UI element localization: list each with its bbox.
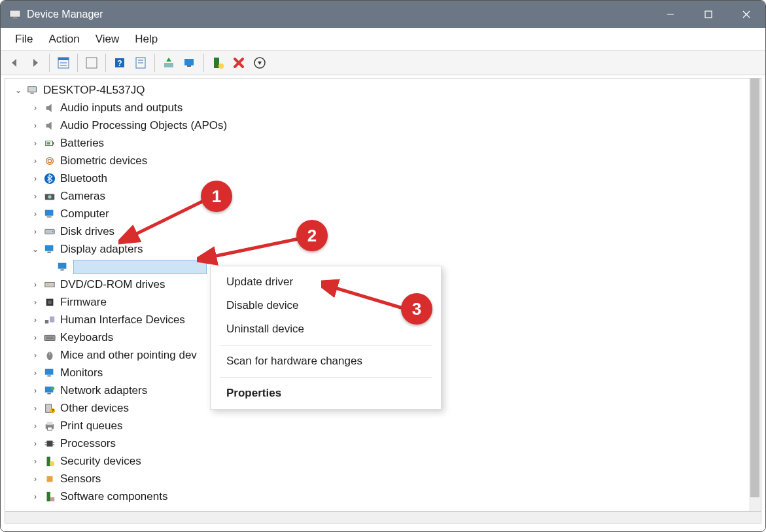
fingerprint-icon — [43, 154, 56, 168]
ctx-scan-hardware[interactable]: Scan for hardware changes — [211, 349, 441, 373]
help-button[interactable] — [82, 53, 101, 73]
svg-rect-63 — [47, 440, 53, 446]
menu-help[interactable]: Help — [127, 30, 165, 48]
tree-category[interactable]: ⌄Display adapters — [5, 240, 761, 258]
svg-rect-62 — [47, 427, 52, 430]
tree-category[interactable]: ›Sensors — [5, 470, 761, 488]
svg-rect-11 — [86, 58, 97, 68]
properties-button[interactable]: ? — [110, 53, 130, 73]
svg-text:?: ? — [52, 408, 54, 413]
software-icon — [43, 490, 56, 503]
tree-category[interactable]: ›Disk drives — [5, 222, 761, 240]
chevron-right-icon[interactable]: › — [30, 297, 41, 308]
toolbar-divider — [203, 54, 204, 72]
tree-category[interactable]: ›Cameras — [5, 187, 761, 205]
annotation-badge-1: 1 — [201, 181, 232, 212]
tree-category[interactable]: ›Audio Processing Objects (APOs) — [5, 116, 761, 134]
tree-category-label: Software components — [60, 491, 167, 502]
show-hide-tree-button[interactable] — [54, 53, 73, 73]
vertical-scrollbar[interactable] — [749, 79, 761, 511]
chevron-right-icon[interactable]: › — [30, 103, 41, 113]
tree-category[interactable]: ›Computer — [5, 205, 761, 222]
chevron-right-icon[interactable]: › — [30, 368, 41, 378]
tree-category[interactable]: ›Security devices — [5, 452, 761, 470]
tree-category-label: DVD/CD-ROM drives — [60, 279, 165, 290]
tree-category-label: Computer — [60, 208, 109, 219]
chevron-right-icon[interactable]: › — [30, 120, 41, 131]
tree-category[interactable]: ›Processors — [5, 434, 761, 452]
chevron-right-icon[interactable]: › — [30, 226, 41, 237]
svg-rect-27 — [47, 142, 50, 145]
svg-rect-4 — [705, 11, 712, 18]
chevron-right-icon[interactable]: › — [30, 315, 41, 325]
svg-rect-19 — [187, 65, 191, 67]
menu-action[interactable]: Action — [41, 30, 87, 48]
svg-rect-1 — [13, 17, 17, 18]
ctx-properties[interactable]: Properties — [211, 381, 441, 405]
chevron-right-icon[interactable]: › — [30, 474, 41, 484]
tree-category-label: Human Interface Devices — [60, 314, 185, 325]
chevron-right-icon[interactable]: › — [30, 191, 41, 202]
show-hidden-button[interactable] — [250, 53, 270, 73]
chevron-down-icon[interactable]: ⌄ — [13, 85, 24, 96]
chevron-right-icon[interactable]: › — [30, 385, 41, 396]
update-driver-button[interactable] — [159, 53, 179, 73]
back-button[interactable] — [5, 53, 24, 73]
svg-rect-8 — [58, 58, 69, 60]
svg-rect-44 — [48, 300, 51, 304]
forward-button[interactable] — [26, 53, 45, 73]
chevron-right-icon[interactable]: › — [30, 438, 41, 449]
chevron-right-icon[interactable]: › — [30, 138, 41, 149]
keyboard-icon — [43, 331, 56, 344]
tree-category[interactable]: ›Print queues — [5, 417, 761, 434]
tree-category-label: Batteries — [60, 137, 104, 149]
svg-point-29 — [48, 159, 51, 162]
chevron-right-icon[interactable]: › — [30, 350, 41, 361]
tree-category[interactable]: ›Audio inputs and outputs — [5, 99, 761, 116]
chevron-right-icon[interactable]: › — [30, 491, 41, 502]
tree-category-label: Print queues — [60, 420, 122, 431]
toolbar: ? — [1, 50, 765, 75]
toolbar-divider — [105, 54, 106, 72]
other-icon: ? — [43, 402, 56, 415]
chevron-right-icon[interactable]: › — [30, 456, 41, 467]
tree-category-label: Audio Processing Objects (APOs) — [60, 120, 227, 131]
annotation-badge-2: 2 — [296, 220, 328, 251]
bluetooth-icon — [43, 172, 56, 185]
chevron-right-icon[interactable]: › — [30, 156, 41, 166]
maximize-button[interactable] — [689, 1, 727, 28]
svg-rect-61 — [47, 421, 53, 425]
ctx-update-driver[interactable]: Update driver — [211, 270, 441, 294]
uninstall-device-button[interactable] — [229, 53, 249, 73]
menu-view[interactable]: View — [88, 30, 128, 48]
chevron-right-icon[interactable]: › — [30, 279, 41, 290]
svg-rect-53 — [47, 375, 50, 376]
menu-file[interactable]: File — [7, 30, 41, 48]
tree-category-label: Other devices — [60, 402, 129, 414]
chevron-right-icon[interactable]: › — [30, 209, 41, 219]
horizontal-scrollbar[interactable] — [5, 512, 761, 523]
ctx-separator — [220, 377, 432, 378]
tree-category[interactable]: ›Bluetooth — [5, 169, 761, 187]
tree-category[interactable]: ›Biometric devices — [5, 152, 761, 169]
tree-category[interactable]: ›Batteries — [5, 134, 761, 152]
svg-rect-37 — [45, 245, 54, 251]
close-button[interactable] — [727, 1, 765, 28]
properties-sheet-button[interactable] — [131, 53, 150, 73]
chevron-right-icon[interactable]: › — [30, 173, 41, 184]
svg-rect-52 — [45, 368, 54, 374]
toolbar-divider — [77, 54, 78, 72]
svg-rect-70 — [47, 476, 53, 482]
enable-device-button[interactable] — [208, 53, 228, 73]
scan-hardware-button[interactable] — [180, 53, 200, 73]
chevron-down-icon[interactable]: ⌄ — [30, 244, 41, 255]
tree-category[interactable]: ›Software components — [5, 488, 761, 505]
chevron-right-icon[interactable]: › — [30, 403, 41, 414]
chevron-right-icon[interactable]: › — [30, 332, 41, 343]
tree-category-label: Mice and other pointing dev — [60, 349, 197, 361]
minimize-button[interactable] — [652, 1, 689, 28]
display-icon — [56, 260, 69, 274]
chevron-right-icon[interactable]: › — [30, 421, 41, 431]
tree-root[interactable]: ⌄DESKTOP-4L537JQ — [5, 81, 761, 99]
tree-category-label: Cameras — [60, 190, 105, 202]
